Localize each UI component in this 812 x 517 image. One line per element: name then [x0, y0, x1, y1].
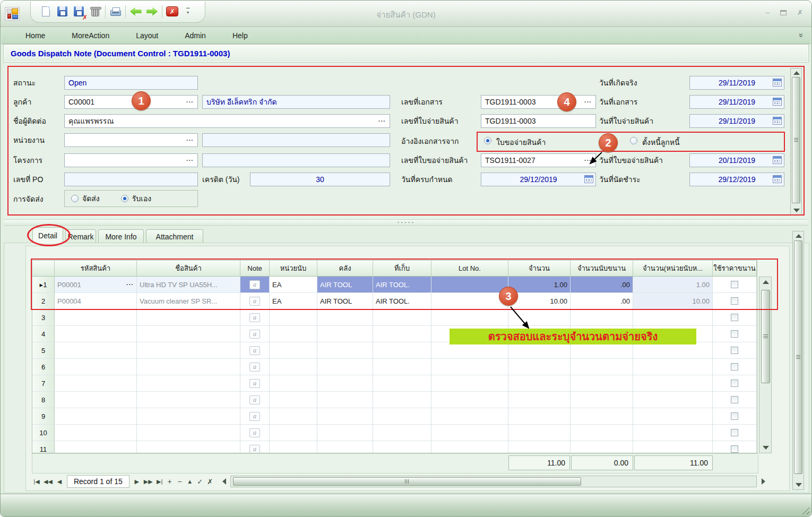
- note-icon[interactable]: a: [249, 445, 260, 454]
- cell-location[interactable]: [373, 441, 431, 453]
- checkbox[interactable]: [731, 297, 738, 305]
- checkbox[interactable]: [731, 429, 738, 436]
- toolbar-overflow-icon[interactable]: [184, 10, 192, 14]
- cell-product-name[interactable]: [137, 359, 240, 375]
- cell-product-name[interactable]: [137, 326, 240, 342]
- cell-product-code[interactable]: [55, 425, 137, 441]
- ref-gdn-request-radio[interactable]: [484, 137, 491, 144]
- calendar-icon[interactable]: [584, 175, 593, 183]
- cell-use-parallel-price[interactable]: [713, 359, 757, 375]
- nav-next-button[interactable]: ▶: [132, 476, 142, 487]
- cell-lot-no[interactable]: [431, 309, 508, 326]
- nav-first-button[interactable]: |◀: [32, 476, 41, 487]
- row-indicator[interactable]: 8: [32, 392, 55, 408]
- menu-moreaction[interactable]: MoreAction: [72, 31, 123, 40]
- cell-product-code[interactable]: [55, 309, 137, 326]
- customer-lookup-icon[interactable]: ···: [186, 99, 194, 105]
- cell-product-code[interactable]: [55, 441, 137, 453]
- cell-location[interactable]: [373, 342, 431, 359]
- navigate-back-icon[interactable]: [128, 4, 143, 20]
- shipping-deliver-radio[interactable]: [71, 195, 79, 202]
- project-lookup-icon[interactable]: ···: [186, 157, 194, 163]
- note-icon[interactable]: a: [249, 363, 260, 372]
- note-icon[interactable]: a: [249, 297, 260, 306]
- cell-warehouse[interactable]: [317, 375, 373, 392]
- cell-unit-qty[interactable]: [633, 375, 713, 392]
- cell-quantity[interactable]: [508, 441, 571, 453]
- note-icon[interactable]: a: [249, 346, 260, 355]
- cell-location[interactable]: AIR TOOL.: [373, 277, 431, 293]
- cell-unit[interactable]: EA: [270, 277, 317, 293]
- po-number-field[interactable]: [64, 173, 198, 186]
- cell-use-parallel-price[interactable]: [713, 326, 757, 342]
- cell-product-name[interactable]: [137, 441, 240, 453]
- hscroll-left-icon[interactable]: [219, 476, 229, 487]
- due-date-field[interactable]: 29/12/2019: [481, 173, 596, 186]
- cell-product-code[interactable]: [55, 326, 137, 342]
- status-field[interactable]: Open: [64, 76, 198, 90]
- ref-ar-setup-radio[interactable]: [630, 137, 637, 144]
- cell-unit[interactable]: [270, 441, 317, 453]
- note-icon[interactable]: a: [249, 330, 260, 339]
- cell-warehouse[interactable]: AIR TOOL: [317, 277, 373, 293]
- cell-unit[interactable]: [270, 408, 317, 425]
- credit-days-field[interactable]: 30: [250, 173, 390, 186]
- calendar-icon[interactable]: [773, 156, 782, 164]
- cell-parallel-qty[interactable]: [571, 309, 633, 326]
- cell-warehouse[interactable]: [317, 408, 373, 425]
- nav-prev-page-button[interactable]: ◀◀: [42, 476, 54, 487]
- nav-edit-button[interactable]: ▲: [185, 476, 195, 487]
- cell-note[interactable]: a: [240, 293, 270, 309]
- checkbox[interactable]: [731, 380, 738, 387]
- nav-last-button[interactable]: ▶|: [155, 476, 165, 487]
- maximize-button[interactable]: [780, 10, 787, 15]
- calendar-icon[interactable]: [773, 79, 782, 87]
- cell-lot-no[interactable]: [431, 441, 508, 453]
- scroll-up-icon[interactable]: [793, 71, 800, 75]
- calendar-icon[interactable]: [773, 175, 782, 183]
- grid-scrollbar[interactable]: [759, 277, 772, 453]
- tso-date-field[interactable]: 20/11/2019: [689, 153, 784, 167]
- cell-location[interactable]: [373, 375, 431, 392]
- cell-lot-no[interactable]: [431, 425, 508, 441]
- cell-product-code[interactable]: [55, 359, 137, 375]
- header-scrollbar[interactable]: [790, 68, 802, 216]
- cell-quantity[interactable]: [508, 408, 571, 425]
- department-field[interactable]: ···: [64, 133, 198, 147]
- menu-admin[interactable]: Admin: [185, 31, 220, 40]
- cell-note[interactable]: a: [240, 326, 270, 342]
- checkbox[interactable]: [731, 347, 738, 354]
- cell-location[interactable]: AIR TOOL.: [373, 293, 431, 309]
- cell-warehouse[interactable]: [317, 342, 373, 359]
- save-icon[interactable]: [55, 4, 70, 20]
- cell-product-name[interactable]: [137, 375, 240, 392]
- cell-use-parallel-price[interactable]: [713, 293, 757, 309]
- row-indicator[interactable]: 3: [32, 309, 55, 326]
- checkbox[interactable]: [731, 363, 738, 370]
- cell-note[interactable]: a: [240, 425, 270, 441]
- cell-use-parallel-price[interactable]: [713, 309, 757, 326]
- cell-location[interactable]: [373, 392, 431, 408]
- new-document-icon[interactable]: [38, 4, 54, 20]
- project-field[interactable]: ···: [64, 153, 198, 167]
- cell-warehouse[interactable]: [317, 359, 373, 375]
- menu-layout[interactable]: Layout: [136, 31, 172, 40]
- cell-lot-no[interactable]: [431, 408, 508, 425]
- row-indicator[interactable]: 4: [32, 326, 55, 342]
- cell-note[interactable]: a: [240, 375, 270, 392]
- print-icon[interactable]: [108, 4, 123, 20]
- customer-code-field[interactable]: C00001···: [64, 95, 198, 109]
- tab-detail[interactable]: Detail: [32, 227, 63, 243]
- cell-product-code[interactable]: [55, 342, 137, 359]
- save-and-close-icon[interactable]: [71, 4, 87, 20]
- cell-unit-qty[interactable]: [633, 425, 713, 441]
- checkbox[interactable]: [731, 445, 738, 453]
- detail-panel-scrollbar-thumb[interactable]: [794, 240, 802, 474]
- cell-product-code[interactable]: [55, 392, 137, 408]
- cell-product-name[interactable]: Ultra HD TV SP UA55H...: [137, 277, 240, 293]
- tso-no-field[interactable]: TSO1911-0027···: [481, 153, 596, 167]
- grid-hscrollbar[interactable]: [230, 476, 757, 487]
- cell-location[interactable]: [373, 309, 431, 326]
- gdn-date-field[interactable]: 29/11/2019: [689, 114, 784, 128]
- cell-note[interactable]: a: [240, 392, 270, 408]
